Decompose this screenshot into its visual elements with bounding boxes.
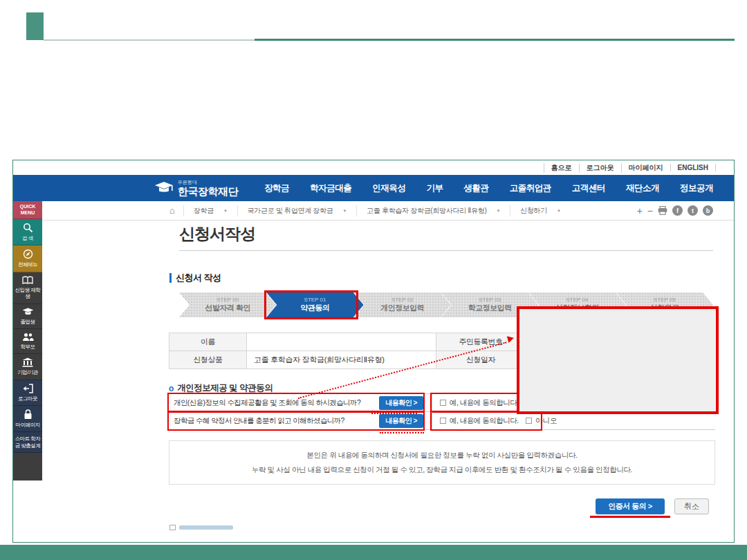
zoom-out-button[interactable]: − <box>647 206 653 216</box>
nav-dormitory[interactable]: 생활관 <box>464 183 489 194</box>
breadcrumb: ⌂ 장학금▼ 국가근로 및 취업연계 장학금▼ 고졸 후학습자 장학금(희망사다… <box>13 201 734 221</box>
browser-screenshot: 홈으로 로그아웃 마이페이지 ENGLISH 푸른등대 한국장학재단 장학금 학… <box>12 160 735 543</box>
quick-menu-filler <box>13 453 42 480</box>
bank-icon <box>22 357 33 367</box>
twitter-icon[interactable]: t <box>688 205 698 216</box>
blog-icon[interactable]: b <box>703 205 713 216</box>
notice-box: 본인은 위 내용에 동의하며 신청서에 필요한 정보를 누락 없이 사실만을 입… <box>169 440 715 485</box>
blurred-link-text <box>179 525 233 530</box>
breadcrumb-scholarship[interactable]: 장학금▼ <box>183 205 237 216</box>
view-terms-button[interactable]: 내용확인 > <box>379 396 423 410</box>
lock-icon <box>24 409 33 420</box>
main-navbar: 푸른등대 한국장학재단 장학금 학자금대출 인재육성 기부 생활관 고졸취업관 … <box>13 175 734 201</box>
name-label: 이름 <box>169 333 247 351</box>
people-icon <box>22 333 34 342</box>
slide-accent-square <box>26 12 44 40</box>
breadcrumb-program[interactable]: 고졸 후학습자 장학금(희망사다리 Ⅱ유형)▼ <box>356 205 510 216</box>
sidebar-item-institution[interactable]: 기업/기관 <box>13 354 42 380</box>
certificate-consent-button[interactable]: 인증서 동의 > <box>596 498 665 514</box>
annotation-dotted-line <box>380 432 424 433</box>
step-02: STEP 02 개인정보입력 <box>354 292 451 317</box>
step-01-active: STEP 01 약관동의 <box>266 292 363 317</box>
date-label: 신청일자 <box>436 351 526 369</box>
product-label: 신청상품 <box>169 351 247 369</box>
name-value <box>247 333 436 351</box>
sidebar-item-parents[interactable]: 학부모 <box>13 329 42 354</box>
facebook-icon[interactable]: f <box>672 205 683 216</box>
print-icon[interactable] <box>658 206 667 215</box>
page-title: 신청서작성 <box>179 223 255 245</box>
link-home[interactable]: 홈으로 <box>544 163 579 173</box>
zoom-in-button[interactable]: + <box>637 206 643 216</box>
disagree-option: 아니오 <box>526 416 557 426</box>
slide-divider-light <box>44 39 255 41</box>
cell-divider <box>432 394 432 412</box>
link-logout[interactable]: 로그아웃 <box>579 163 621 173</box>
search-icon <box>23 223 33 233</box>
grad-cap-icon <box>22 308 34 317</box>
annotation-masked-area <box>517 306 719 414</box>
checkbox-icon <box>169 525 176 530</box>
agree-checkbox[interactable] <box>440 400 446 406</box>
chevron-down-icon: ▼ <box>342 209 347 213</box>
quick-menu: QUICK MENU 검 색 전체메뉴 신입생 재학생 졸업생 학부모 <box>13 201 42 480</box>
section-title: 신청서 작성 <box>176 272 221 284</box>
chevron-down-icon: ▼ <box>223 209 228 213</box>
nav-customer-center[interactable]: 고객센터 <box>572 183 605 194</box>
sidebar-item-graduate[interactable]: 졸업생 <box>13 304 42 329</box>
slide-canvas: 홈으로 로그아웃 마이페이지 ENGLISH 푸른등대 한국장학재단 장학금 학… <box>0 0 747 560</box>
logout-icon <box>23 384 33 393</box>
annotation-dotted-line <box>371 413 417 414</box>
book-icon <box>22 276 33 285</box>
nav-student-loan[interactable]: 학자금대출 <box>310 183 351 194</box>
annotation-underline <box>590 516 670 518</box>
grad-cap-logo-icon <box>154 181 174 195</box>
main-content: 신청서작성 신청서 작성 STEP 00 선발자격 확인 STEP 01 약관동… <box>160 221 717 543</box>
nav-highschool-employment[interactable]: 고졸취업관 <box>510 183 551 194</box>
consent-section-title: 개인정보제공 및 약관동의 <box>177 382 273 394</box>
section-bar-icon <box>169 273 172 283</box>
sidebar-item-logout[interactable]: 로그아웃 <box>13 380 42 406</box>
consent-question: 개인(신용)정보의 수집제공활용 및 조회에 동의 하시겠습니까? <box>169 398 376 408</box>
step-00: STEP 00 선발자격 확인 <box>179 292 276 317</box>
nav-talent[interactable]: 인재육성 <box>372 183 405 194</box>
sidebar-item-freshman[interactable]: 신입생 재학생 <box>13 272 42 304</box>
consent-question: 장학금 수혜 약정서 안내를 충분히 읽고 이해하셨습니까? <box>169 416 376 426</box>
logo-slogan: 푸른등대 <box>178 180 238 185</box>
link-english[interactable]: ENGLISH <box>670 164 716 171</box>
view-terms-button[interactable]: 내용확인 > <box>379 414 423 428</box>
title-divider <box>179 250 713 251</box>
quick-menu-header: QUICK MENU <box>13 201 42 219</box>
sidebar-item-search[interactable]: 검 색 <box>13 219 42 245</box>
cancel-button[interactable]: 취소 <box>674 498 709 514</box>
nav-donation[interactable]: 기부 <box>426 183 443 194</box>
nav-menu: 장학금 학자금대출 인재육성 기부 생활관 고졸취업관 고객센터 재단소개 정보… <box>264 183 713 194</box>
agree-option: 예, 내용에 동의합니다. <box>440 416 519 426</box>
nav-scholarship[interactable]: 장학금 <box>264 183 289 194</box>
sidebar-item-mypage[interactable]: 마이페이지 <box>13 406 42 432</box>
cell-divider <box>432 412 432 430</box>
utility-bar: 홈으로 로그아웃 마이페이지 ENGLISH <box>13 160 734 175</box>
agree-option: 예, 내용에 동의합니다. <box>440 398 519 408</box>
breadcrumb-work-study[interactable]: 국가근로 및 취업연계 장학금▼ <box>237 205 356 216</box>
compass-icon <box>23 249 33 259</box>
nav-about[interactable]: 재단소개 <box>626 183 659 194</box>
section-header: 신청서 작성 <box>169 272 221 284</box>
breadcrumb-apply[interactable]: 신청하기▼ <box>510 205 570 216</box>
disagree-checkbox[interactable] <box>526 418 532 424</box>
slide-footer-bar <box>0 545 747 560</box>
sidebar-item-all-menu[interactable]: 전체메뉴 <box>13 245 42 272</box>
home-icon[interactable]: ⌂ <box>161 205 183 216</box>
notice-line: 본인은 위 내용에 동의하며 신청서에 필요한 정보를 누락 없이 사실만을 입… <box>169 451 714 460</box>
truncated-footer-link[interactable] <box>169 525 233 530</box>
kosaf-logo[interactable]: 푸른등대 한국장학재단 <box>154 180 238 196</box>
chevron-down-icon: ▼ <box>496 209 500 213</box>
sidebar-item-smart-planning[interactable]: 스마트 학자금 맞춤설계 <box>13 432 42 453</box>
consent-section-header: o 개인정보제공 및 약관동의 <box>169 382 273 394</box>
nav-disclosure[interactable]: 정보공개 <box>680 183 713 194</box>
consent-row-agreement: 장학금 수혜 약정서 안내를 충분히 읽고 이해하셨습니까? 내용확인 > 예,… <box>169 412 715 430</box>
link-mypage[interactable]: 마이페이지 <box>621 163 670 173</box>
agree-checkbox[interactable] <box>440 418 446 424</box>
slide-divider-dark <box>255 39 735 41</box>
bullet-icon: o <box>169 384 174 393</box>
